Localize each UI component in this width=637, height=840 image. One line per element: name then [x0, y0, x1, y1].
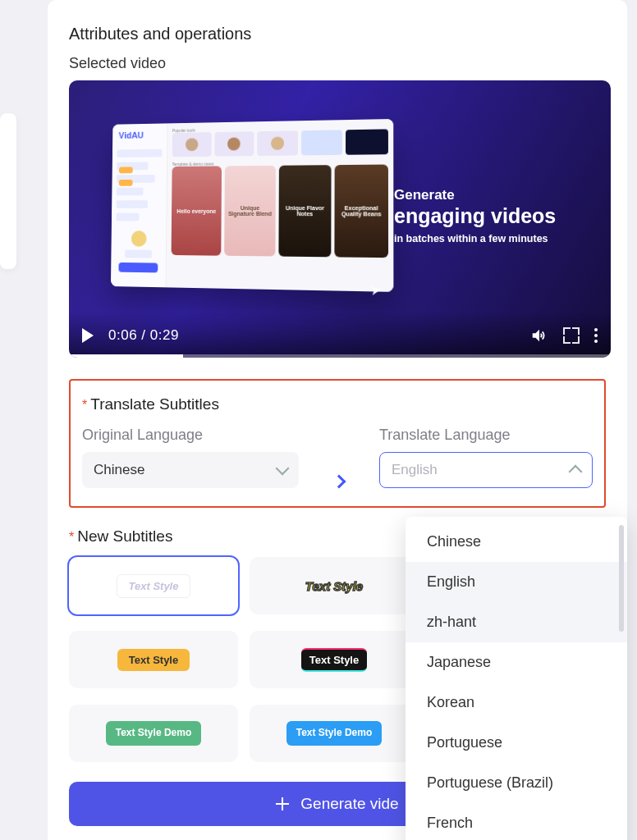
original-language-select[interactable]: Chinese	[82, 452, 299, 488]
volume-icon[interactable]	[530, 326, 548, 345]
dropdown-item[interactable]: French	[406, 803, 627, 840]
translate-language-dropdown[interactable]: Chinese English zh-hant Japanese Korean …	[406, 517, 627, 840]
mock-logo: VidAU	[117, 128, 163, 144]
original-language-value: Chinese	[94, 462, 144, 478]
subtitle-style-option[interactable]: Text Style	[69, 631, 238, 688]
section-title: Attributes and operations	[69, 25, 606, 43]
video-hero-text: Generate engaging videos in batches with…	[394, 187, 583, 244]
video-controls: 0:06 / 0:29	[69, 313, 611, 358]
translate-title: *Translate Subtitles	[82, 395, 593, 413]
fullscreen-icon[interactable]	[563, 327, 580, 344]
subtitle-style-option[interactable]: Text Style Demo	[69, 705, 238, 762]
subtitle-style-option[interactable]: Text Style	[250, 557, 419, 614]
arrow-right-icon	[299, 477, 379, 488]
left-edge-tab[interactable]	[0, 113, 16, 269]
required-star-icon: *	[69, 530, 74, 544]
dropdown-item[interactable]: Portuguese (Brazil)	[406, 763, 627, 803]
more-icon[interactable]	[594, 328, 598, 343]
play-icon[interactable]	[82, 328, 94, 343]
chevron-up-icon	[569, 465, 583, 479]
dropdown-item[interactable]: Japanese	[406, 642, 627, 682]
translate-language-label: Translate Language	[379, 427, 593, 444]
subtitle-style-option[interactable]: Text Style	[69, 557, 238, 614]
dropdown-item[interactable]: Korean	[406, 682, 627, 723]
selected-video-label: Selected video	[69, 55, 606, 72]
generate-button-label: Generate vide	[300, 795, 398, 813]
dropdown-scrollbar[interactable]	[619, 525, 624, 632]
video-time: 0:06 / 0:29	[108, 327, 179, 344]
video-player[interactable]: VidAU Popular tools	[69, 80, 611, 358]
translate-subtitles-section: *Translate Subtitles Original Language C…	[69, 379, 606, 508]
dropdown-item[interactable]: Portuguese	[406, 723, 627, 763]
chevron-down-icon	[276, 462, 290, 476]
video-content-mock: VidAU Popular tools	[111, 119, 393, 292]
subtitle-style-option[interactable]: Text Style	[250, 631, 419, 688]
original-language-label: Original Language	[82, 427, 299, 444]
dropdown-item[interactable]: zh-hant	[406, 602, 627, 642]
translate-language-placeholder: English	[392, 462, 438, 478]
dropdown-item[interactable]: Chinese	[406, 522, 627, 562]
required-star-icon: *	[82, 398, 87, 412]
subtitle-style-option[interactable]: Text Style Demo	[250, 705, 419, 762]
plus-icon	[276, 797, 289, 810]
video-progress[interactable]	[69, 354, 611, 358]
dropdown-item[interactable]: English	[406, 562, 627, 602]
translate-language-select[interactable]: English	[379, 452, 593, 488]
